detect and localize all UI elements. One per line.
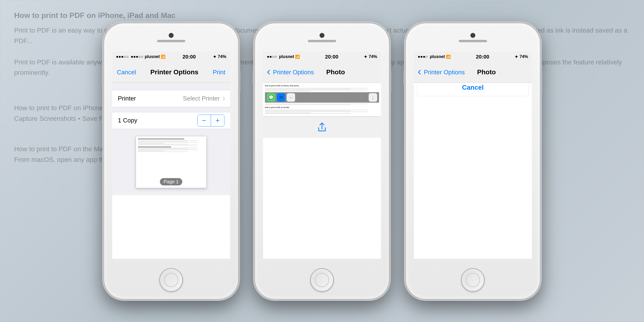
home-button-middle[interactable] (310, 268, 334, 292)
screen-middle: ●●○○ plusnet 📶 20:00 ✦ 74% Printer Optio… (263, 52, 381, 259)
iphone-right: ●●●○ plusnet 📶 20:00 ✦ 74% Printer Optio… (404, 22, 541, 300)
speaker-left (157, 40, 185, 42)
phones-container: ●●●○○ ●●●○○ plusnet 📶 20:00 ✦ 74% Cancel… (0, 0, 644, 322)
status-bar-left: ●●●○○ ●●●○○ plusnet 📶 20:00 ✦ 74% (112, 52, 230, 62)
back-button-middle[interactable]: Printer Options (268, 69, 314, 76)
airdrop-strip-icon1: 💬 (267, 93, 275, 102)
status-right-right: ✦ 74% (514, 54, 528, 60)
printer-group: Printer Select Printer (112, 90, 230, 107)
iphone-bottom-left (104, 261, 238, 299)
speaker-middle (308, 40, 336, 42)
nav-title-left: Printer Options (150, 68, 198, 76)
home-button-left[interactable] (159, 268, 183, 292)
nav-bar-middle: Printer Options Photo (263, 62, 381, 83)
time-right: 20:00 (476, 54, 489, 60)
page-number: Page 1 (160, 178, 182, 185)
iphone-top-right (406, 23, 540, 52)
home-inner-middle (315, 273, 329, 287)
iphone-top-middle (255, 23, 389, 52)
status-left-left: ●●●○○ ●●●○○ plusnet 📶 (116, 54, 166, 59)
chevron-left-right (418, 70, 423, 75)
copy-label: 1 Copy (118, 117, 137, 124)
signal-dots: ●●●○○ (116, 54, 129, 59)
nav-bar-right: Printer Options Photo (414, 62, 532, 83)
doc-thumbnail-middle: How to print to PDF on iPhone, iPad and … (263, 83, 381, 117)
copy-stepper: − + (197, 115, 225, 126)
home-inner-right (466, 273, 480, 287)
doc-title-middle: How to print to PDF on iPhone, iPad and … (265, 85, 379, 87)
copy-row: 1 Copy − + (112, 112, 230, 129)
print-button[interactable]: Print (213, 69, 225, 76)
status-right-middle: ✦ 74% (364, 54, 377, 60)
status-right-left: ✦ 74% (213, 54, 226, 60)
nav-title-middle: Photo (326, 68, 345, 76)
carrier-right: plusnet (430, 54, 445, 59)
nav-bar-left: Cancel Printer Options Print (112, 62, 230, 83)
status-bar-middle: ●●○○ plusnet 📶 20:00 ✦ 74% (263, 52, 381, 62)
cancel-sheet-button[interactable]: Cancel (417, 83, 529, 96)
cancel-button[interactable]: Cancel (117, 69, 136, 76)
camera-right (470, 33, 476, 38)
status-left-middle: ●●○○ plusnet 📶 (267, 54, 300, 59)
airdrop-strip-icon2: ✉ (277, 93, 285, 102)
page-preview-left: Page 1 (136, 136, 206, 188)
wifi-left: 📶 (161, 55, 166, 59)
share-bottom-middle (263, 117, 381, 138)
stepper-minus[interactable]: − (198, 115, 211, 126)
camera-middle (320, 33, 324, 38)
carrier-left: ●●●○○ plusnet (130, 54, 160, 59)
share-icon-middle[interactable] (317, 122, 327, 132)
carrier-middle: plusnet (279, 54, 294, 59)
time-left: 20:00 (182, 54, 196, 60)
back-button-right[interactable]: Printer Options (419, 69, 464, 76)
iphone-middle: ●●○○ plusnet 📶 20:00 ✦ 74% Printer Optio… (254, 22, 390, 300)
bluetooth-left: ✦ (213, 54, 216, 60)
printer-label: Printer (118, 95, 136, 102)
iphone-bottom-middle (255, 261, 389, 299)
printer-row[interactable]: Printer Select Printer (112, 90, 230, 107)
nav-title-right: Photo (477, 68, 496, 76)
screen-right: ●●●○ plusnet 📶 20:00 ✦ 74% Printer Optio… (414, 52, 532, 259)
printer-content: Printer Select Printer 1 Copy − (112, 83, 230, 195)
printer-value: Select Printer (183, 95, 224, 102)
printer-chevron (221, 97, 225, 101)
iphone-top-left (104, 23, 238, 52)
airdrop-strip: 💬 ✉ ··· ⋮ (265, 92, 379, 103)
photo-screen: How to print to PDF on iPhone, iPad and … (263, 83, 381, 117)
preview-content (136, 136, 206, 154)
home-inner-left (164, 273, 178, 287)
right-screen: How to print to PDF on iPhone, iPad and … (414, 83, 532, 101)
home-button-right[interactable] (461, 268, 485, 292)
chevron-left-middle (267, 70, 272, 75)
status-bar-right: ●●●○ plusnet 📶 20:00 ✦ 74% (414, 52, 532, 62)
speaker-right (459, 40, 487, 42)
iphone-left: ●●●○○ ●●●○○ plusnet 📶 20:00 ✦ 74% Cancel… (103, 22, 240, 300)
doc-subtitle-middle: How to print to PDF on the Mac (265, 106, 379, 109)
camera-left (168, 33, 174, 38)
screen-left: ●●●○○ ●●●○○ plusnet 📶 20:00 ✦ 74% Cancel… (112, 52, 230, 259)
time-middle: 20:00 (325, 54, 338, 60)
share-sheet: AirDrop. Share instantly with people nea… (414, 83, 532, 101)
stepper-plus[interactable]: + (211, 115, 224, 126)
airdrop-strip-dots[interactable]: ⋮ (369, 93, 377, 102)
battery-left: 74% (218, 54, 226, 59)
iphone-bottom-right (406, 261, 540, 299)
status-left-right: ●●●○ plusnet 📶 (418, 54, 451, 59)
airdrop-strip-more[interactable]: ··· (287, 93, 295, 102)
